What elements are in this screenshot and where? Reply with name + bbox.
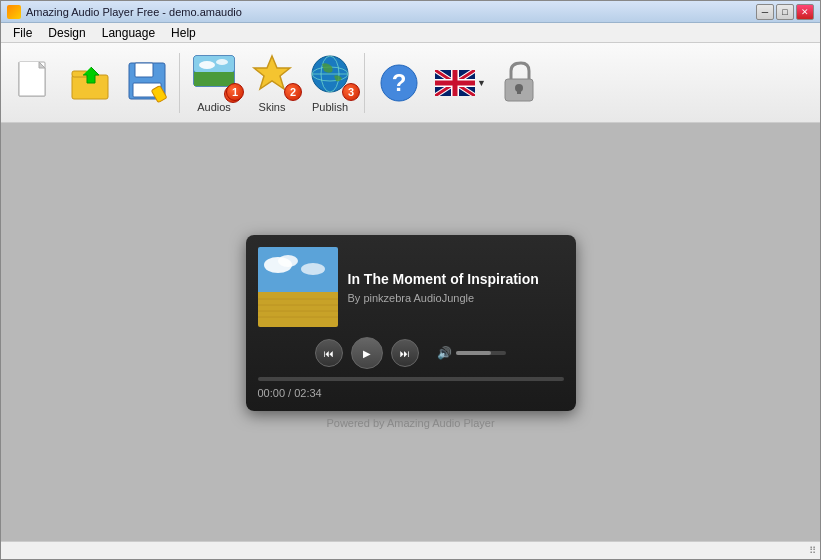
play-icon: ▶ (363, 348, 371, 359)
language-dropdown-icon: ▼ (477, 78, 486, 88)
new-button[interactable] (9, 56, 61, 110)
menu-design[interactable]: Design (40, 24, 93, 42)
publish-badge: 3 (342, 83, 360, 101)
minimize-button[interactable]: ─ (756, 4, 774, 20)
status-bar: ⠿ (1, 541, 820, 559)
menu-bar: File Design Language Help (1, 23, 820, 43)
publish-label: Publish (312, 101, 348, 113)
volume-icon: 🔊 (437, 346, 452, 360)
album-art (258, 247, 338, 327)
track-artist: By pinkzebra AudioJungle (348, 292, 539, 304)
volume-area: 🔊 (437, 346, 506, 360)
svg-text:?: ? (392, 69, 407, 96)
svg-rect-29 (435, 80, 475, 85)
svg-rect-11 (194, 72, 234, 86)
main-content: In The Moment of Inspiration By pinkzebr… (1, 123, 820, 541)
audios-label: Audios (197, 101, 231, 113)
svg-point-12 (199, 61, 215, 69)
main-window: Amazing Audio Player Free - demo.amaudio… (0, 0, 821, 560)
svg-rect-32 (517, 88, 521, 94)
audios-button[interactable]: 1 1 Audios (186, 48, 242, 117)
help-icon: ? (377, 61, 421, 105)
svg-point-35 (278, 255, 298, 267)
close-button[interactable]: ✕ (796, 4, 814, 20)
progress-bar[interactable] (258, 377, 564, 381)
flag-uk-icon (435, 70, 475, 96)
help-button[interactable]: ? (371, 57, 427, 109)
new-icon (15, 60, 55, 106)
track-title: In The Moment of Inspiration (348, 270, 539, 288)
maximize-button[interactable]: □ (776, 4, 794, 20)
toolbar: 1 1 Audios 2 Skins (1, 43, 820, 123)
language-button[interactable]: ▼ (429, 66, 492, 100)
svg-point-36 (301, 263, 325, 275)
svg-point-13 (216, 59, 228, 65)
open-icon (69, 61, 113, 105)
volume-bar[interactable] (456, 351, 506, 355)
player-top: In The Moment of Inspiration By pinkzebr… (258, 247, 564, 327)
publish-button[interactable]: 3 Publish (302, 48, 358, 117)
play-button[interactable]: ▶ (351, 337, 383, 369)
track-info: In The Moment of Inspiration By pinkzebr… (348, 247, 539, 327)
resize-handle[interactable]: ⠿ (809, 545, 816, 556)
next-button[interactable]: ⏭ (391, 339, 419, 367)
skins-label: Skins (259, 101, 286, 113)
svg-rect-5 (135, 63, 153, 77)
save-icon (127, 61, 167, 105)
skins-badge: 2 (284, 83, 302, 101)
menu-file[interactable]: File (5, 24, 40, 42)
time-display: 00:00 / 02:34 (258, 387, 564, 399)
player-controls: ⏮ ▶ ⏭ 🔊 (258, 337, 564, 369)
save-button[interactable] (121, 57, 173, 109)
separator-2 (364, 53, 365, 113)
lock-button[interactable] (494, 57, 544, 109)
svg-rect-37 (258, 292, 338, 327)
progress-area: 00:00 / 02:34 (258, 377, 564, 399)
separator-1 (179, 53, 180, 113)
svg-marker-14 (254, 56, 290, 89)
title-bar: Amazing Audio Player Free - demo.amaudio… (1, 1, 820, 23)
lock-icon (501, 61, 537, 105)
app-icon (7, 5, 21, 19)
audios-badge: 1 (226, 83, 244, 101)
volume-fill (456, 351, 491, 355)
skins-button[interactable]: 2 Skins (244, 48, 300, 117)
powered-by: Powered by Amazing Audio Player (326, 417, 494, 429)
open-button[interactable] (63, 57, 119, 109)
menu-help[interactable]: Help (163, 24, 204, 42)
window-title: Amazing Audio Player Free - demo.amaudio (26, 6, 756, 18)
window-controls: ─ □ ✕ (756, 4, 814, 20)
menu-language[interactable]: Language (94, 24, 163, 42)
prev-icon: ⏮ (324, 348, 334, 359)
prev-button[interactable]: ⏮ (315, 339, 343, 367)
audio-player: In The Moment of Inspiration By pinkzebr… (246, 235, 576, 411)
next-icon: ⏭ (400, 348, 410, 359)
